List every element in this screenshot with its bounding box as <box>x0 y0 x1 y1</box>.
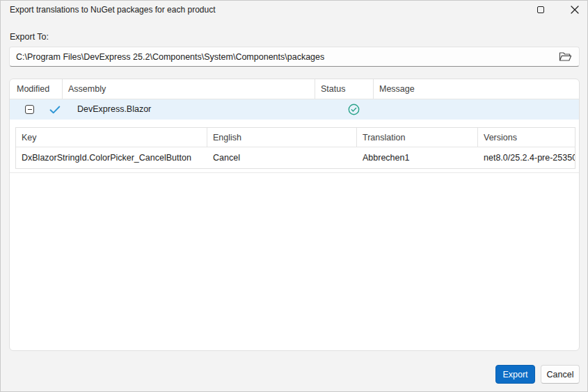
modified-check-icon <box>49 106 61 114</box>
column-header-versions[interactable]: Versions <box>478 128 575 147</box>
export-button[interactable]: Export <box>495 365 535 384</box>
titlebar: Export translations to NuGet packages fo… <box>0 0 588 21</box>
column-header-assembly[interactable]: Assembly <box>63 79 315 99</box>
window-title: Export translations to NuGet packages fo… <box>10 5 216 15</box>
maximize-icon <box>537 6 544 13</box>
string-translation: Abbrechen1 <box>357 147 478 168</box>
products-header-row: Modified Assembly Status Message <box>10 79 579 99</box>
string-versions: net8.0/25.2.4-pre-25350 <box>478 147 575 168</box>
column-header-message[interactable]: Message <box>374 79 579 99</box>
export-dialog: Export translations to NuGet packages fo… <box>0 0 588 392</box>
column-header-key[interactable]: Key <box>16 128 207 147</box>
strings-header-row: Key English Translation Versions <box>16 128 575 147</box>
export-path-value: C:\Program Files\DevExpress 25.2\Compone… <box>10 52 324 62</box>
maximize-button[interactable] <box>527 0 555 19</box>
export-to-label: Export To: <box>10 32 49 42</box>
string-row[interactable]: DxBlazorStringId.ColorPicker_CancelButto… <box>16 147 575 168</box>
column-header-modified[interactable]: Modified <box>10 79 63 99</box>
cancel-button[interactable]: Cancel <box>541 365 580 384</box>
assembly-name: DevExpress.Blazor <box>77 104 151 114</box>
browse-button[interactable] <box>553 49 578 65</box>
collapse-row-button[interactable] <box>25 105 34 114</box>
products-panel: Modified Assembly Status Message DevExpr… <box>9 79 580 351</box>
close-button[interactable] <box>561 0 588 19</box>
close-icon <box>571 6 579 14</box>
status-success-icon <box>348 104 360 115</box>
export-path-input[interactable]: C:\Program Files\DevExpress 25.2\Compone… <box>9 47 580 67</box>
product-detail-row: Key English Translation Versions DxBlazo… <box>10 120 579 173</box>
column-header-status[interactable]: Status <box>315 79 374 99</box>
strings-table: Key English Translation Versions DxBlazo… <box>15 127 575 169</box>
product-row-devexpress-blazor[interactable]: DevExpress.Blazor <box>10 99 579 120</box>
string-key: DxBlazorStringId.ColorPicker_CancelButto… <box>16 147 207 168</box>
column-header-translation[interactable]: Translation <box>357 128 478 147</box>
open-folder-icon <box>559 51 572 62</box>
string-english: Cancel <box>207 147 357 168</box>
collapse-icon <box>28 109 32 111</box>
column-header-english[interactable]: English <box>207 128 357 147</box>
